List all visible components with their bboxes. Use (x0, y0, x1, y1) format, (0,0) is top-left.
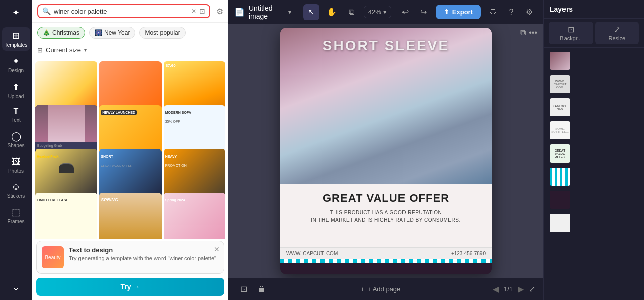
add-page-button[interactable]: + + Add page (357, 283, 405, 295)
template-item[interactable]: LIMITED RELEASE (35, 193, 97, 239)
ai-popup-description: Try generating a template with the word … (69, 255, 218, 262)
expand-button[interactable]: ⤢ (529, 284, 535, 294)
page-next-button[interactable]: ▶ (518, 284, 524, 294)
layers-title: Layers (550, 5, 573, 13)
settings-button[interactable]: ⚙ (521, 4, 537, 20)
layer-thumbnail (550, 191, 570, 209)
template-item[interactable]: SPRING (99, 193, 161, 239)
christmas-icon: 🎄 (43, 29, 50, 36)
sidebar-collapse[interactable]: ⌄ (2, 279, 30, 296)
canvas-card[interactable]: SHORT SLEEVE SHORT SLEEVE GREAT VALUE OF… (280, 28, 492, 274)
tag-most-popular[interactable]: Most popular (139, 27, 185, 39)
sidebar-item-upload[interactable]: ⬆ Upload (2, 79, 30, 102)
layer-item[interactable] (547, 189, 641, 211)
sidebar-label-photos: Photos (8, 168, 24, 174)
template-item[interactable]: Spring 2024 (164, 193, 225, 239)
sidebar-item-text[interactable]: T Text (2, 104, 30, 126)
text-icon: T (14, 107, 19, 116)
layer-thumbnail: +123-456-7890 (550, 98, 570, 116)
page-thumbnail-button[interactable]: ⊡ (236, 282, 251, 296)
layers-list: WWW. CAPCUT COM +123-456-7890 SOME SUBTI… (544, 48, 644, 300)
sidebar-item-frames[interactable]: ⬚ Frames (2, 204, 30, 228)
sidebar-item-shapes[interactable]: ◯ Shapes (2, 128, 30, 152)
page-more-button[interactable]: ••• (529, 28, 537, 37)
ai-popup-title: Text to design (69, 246, 218, 254)
layer-thumbnail: WWW. CAPCUT COM (550, 75, 570, 93)
resize-tool-button[interactable]: ⤢ Resize (595, 22, 639, 44)
layer-item[interactable]: GREAT VALUE OFFER (547, 142, 641, 165)
canvas-checkered-border (280, 259, 492, 263)
top-bar: 📄 Untitled image ▾ ↖ ✋ ⧉ 42% ▾ ↩ ↪ ⬆ Exp… (228, 0, 543, 24)
templates-panel: 🔍 ✕ ⊡ ⚙ 🎄 Christmas 🎆 New Year Most popu… (32, 0, 228, 300)
page-copy-button[interactable]: ⧉ (520, 28, 526, 37)
top-bar-icons: 🛡 ? ⚙ (485, 4, 537, 20)
search-bar: 🔍 ✕ ⊡ (37, 4, 210, 18)
frames-icon: ⬚ (12, 207, 20, 218)
photos-icon: 🖼 (12, 157, 21, 167)
select-tool-button[interactable]: ↖ (303, 4, 319, 20)
sidebar-label-text: Text (11, 117, 20, 123)
sidebar-label-upload: Upload (8, 94, 24, 99)
layer-item[interactable]: +123-456-7890 (547, 96, 641, 118)
sidebar-item-photos[interactable]: 🖼 Photos (2, 154, 30, 177)
current-size-row[interactable]: ⊞ Current size ▾ (32, 43, 228, 57)
pages-tool-button[interactable]: ⧉ (344, 4, 360, 20)
top-bar-left: 📄 Untitled image ▾ (234, 4, 291, 20)
undo-button[interactable]: ↩ (397, 4, 414, 20)
layer-item[interactable]: WWW. CAPCUT COM (547, 73, 641, 95)
page-prev-button[interactable]: ◀ (493, 284, 499, 294)
shapes-icon: ◯ (11, 131, 21, 142)
tag-christmas[interactable]: 🎄 Christmas (37, 27, 85, 39)
export-icon: ⬆ (444, 8, 449, 16)
stickers-icon: ☺ (11, 182, 20, 192)
design-icon: ✦ (12, 56, 20, 67)
resize-tool-label: Resize (608, 35, 625, 41)
tags-row: 🎄 Christmas 🎆 New Year Most popular (32, 23, 228, 43)
layer-thumbnail: GREAT VALUE OFFER (550, 144, 570, 163)
export-button[interactable]: ⬆ Export (436, 5, 481, 19)
layer-thumbnail: SOME SUBTITLE... (550, 121, 570, 139)
bottom-left-tools: ⊡ 🗑 (236, 282, 269, 296)
document-icon: 📄 (234, 7, 245, 17)
canvas-subtitle: THIS PRODUCT HAS A GOOD REPUTATION IN TH… (290, 209, 481, 224)
hand-tool-button[interactable]: ✋ (324, 4, 340, 20)
search-icon: 🔍 (42, 7, 51, 15)
page-delete-button[interactable]: 🗑 (255, 282, 269, 296)
sidebar-label-stickers: Stickers (7, 193, 25, 199)
search-clear-button[interactable]: ✕ (191, 8, 196, 15)
canvas-area[interactable]: Page 1 ⧉ ••• SHORT SLEEVE SHORT SLEEVE G… (228, 24, 543, 278)
layer-item[interactable] (547, 212, 641, 234)
ai-popup-text: Text to design Try generating a template… (69, 246, 218, 262)
background-tool-button[interactable]: ⊡ Backgr... (549, 22, 593, 44)
document-title-chevron[interactable]: ▾ (288, 9, 291, 16)
canvas-headline-overlay: SHORT SLEEVE (280, 38, 492, 54)
sidebar-item-stickers[interactable]: ☺ Stickers (2, 179, 30, 202)
search-camera-icon[interactable]: ⊡ (199, 7, 205, 15)
logo-icon: ✦ (12, 7, 20, 18)
tag-new-year-label: New Year (104, 29, 130, 36)
help-button[interactable]: ? (503, 4, 519, 20)
shield-button[interactable]: 🛡 (485, 4, 501, 20)
current-size-label: Current size (46, 46, 81, 54)
zoom-control[interactable]: 42% ▾ (364, 6, 391, 18)
sidebar-item-templates[interactable]: ⊞ Templates (2, 27, 30, 51)
search-input[interactable] (54, 8, 188, 15)
ai-try-button[interactable]: Try → (36, 278, 224, 296)
canvas-footer: WWW. CAPCUT. COM +123-456-7890 (280, 247, 492, 259)
redo-button[interactable]: ↪ (416, 4, 432, 20)
toolbar-tools: ↖ ✋ ⧉ 42% ▾ (303, 4, 391, 20)
sidebar-item-design[interactable]: ✦ Design (2, 53, 30, 77)
icon-sidebar: ✦ ⊞ Templates ✦ Design ⬆ Upload T Text ◯… (0, 0, 32, 300)
background-icon: ⊡ (568, 25, 574, 34)
layer-thumbnail (550, 52, 570, 70)
tag-new-year[interactable]: 🎆 New Year (89, 27, 135, 39)
filter-button[interactable]: ⚙ (216, 7, 223, 16)
layer-item[interactable]: SOME SUBTITLE... (547, 119, 641, 141)
sidebar-label-shapes: Shapes (8, 143, 25, 148)
layer-item[interactable] (547, 50, 641, 72)
add-page-icon: + (361, 285, 365, 293)
ai-popup-thumbnail: Beauty (42, 246, 64, 268)
layer-item[interactable] (547, 166, 641, 188)
app-logo[interactable]: ✦ (2, 4, 30, 21)
ai-popup-close-button[interactable]: ✕ (214, 245, 220, 253)
